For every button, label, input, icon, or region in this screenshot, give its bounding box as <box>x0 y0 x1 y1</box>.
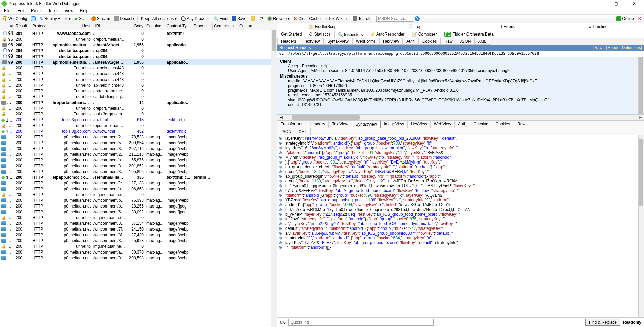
session-row[interactable]: 128200HTTPp0.meituan.net/wmcomment/7fc..… <box>0 226 277 232</box>
col-protocol[interactable]: Protocol <box>31 23 51 30</box>
sessions-list[interactable]: ⓘ 94301HTTPwww.taobao.com/0text/html🔒 95… <box>0 30 277 327</box>
session-row[interactable]: 112200HTTPp0.meituan.net/wmcomment/292..… <box>0 134 277 140</box>
replay-button[interactable]: ↻ Replay ▾ <box>39 16 61 22</box>
col-host[interactable]: Host <box>51 23 92 30</box>
tab-timeline[interactable]: ≡ Timeline <box>552 23 644 30</box>
resptab-caching[interactable]: Caching <box>470 121 492 128</box>
session-row[interactable]: 113200HTTPp0.meituan.net/wmcomment/5ee..… <box>0 140 277 146</box>
session-row[interactable]: 🔒 108200HTTPTunnel totools.3g.qq.com:...… <box>0 111 277 117</box>
session-row[interactable]: 🔒 104200HTTPTunnel toportal-portm.meit..… <box>0 88 277 94</box>
close-button[interactable]: ✕ <box>629 1 639 6</box>
session-row[interactable]: 130200HTTPp0.meituan.net/wmcomment/357..… <box>0 238 277 243</box>
respsub-xml[interactable]: XML <box>295 128 311 135</box>
resptab-headers[interactable]: Headers <box>306 121 329 128</box>
session-row[interactable]: 127200HTTPp0.meituan.net/wmcomment/335..… <box>0 220 277 226</box>
session-row[interactable]: ⓘ 97204HTTPdnet.mb.qq.com/rsp2040 <box>0 48 277 53</box>
header-line[interactable]: Accept-Encoding: gzip <box>280 64 641 68</box>
save-button[interactable]: Save <box>230 16 248 22</box>
header-line[interactable]: User-Agent: AiMeiTuan /xiaomi-8.1.0-MI P… <box>280 68 641 73</box>
session-row[interactable]: 🔒 101200HTTPTunnel toapi.neixin.cn:4430 <box>0 71 277 77</box>
menu-tools[interactable]: Tools <box>46 8 61 14</box>
menu-view[interactable]: View <box>62 8 76 14</box>
close-toolbar-button[interactable]: ✕ <box>637 16 643 22</box>
comment-button[interactable] <box>30 16 37 22</box>
resptab-webview[interactable]: WebView <box>431 121 455 128</box>
col-contenttype[interactable]: Content-Type <box>165 23 192 30</box>
col-result[interactable]: Result <box>14 23 31 30</box>
session-row[interactable]: 114200HTTPp0.meituan.net/wmcomment/346..… <box>0 146 277 151</box>
menu-help[interactable]: Help <box>77 8 91 14</box>
stream-button[interactable]: Stream <box>90 16 112 22</box>
col-caching[interactable]: Caching <box>145 23 165 30</box>
syntax-pane[interactable]: ⊕layerKey":"NN7vMb&YBnuia","testKey":"ab… <box>277 135 644 317</box>
header-line[interactable]: pragma-os: MApi 1.1 com.sankuai.meituan … <box>280 88 641 93</box>
syntax-scrollbar[interactable] <box>638 135 644 317</box>
timer-button[interactable]: ⏱ <box>258 16 265 22</box>
header-line[interactable]: userid: 131450731 <box>280 102 641 107</box>
keep-dropdown[interactable]: Keep: All sessions ▾ <box>140 16 178 22</box>
tab-get-started[interactable]: Get Started <box>277 30 305 38</box>
session-row[interactable]: 🔒 105200HTTPTunnel tocatdot.dianping.c..… <box>0 94 277 100</box>
tab-fiddlerscript[interactable]: 📜 FiddlerScript <box>277 23 369 30</box>
session-row[interactable]: 124200HTTPp0.meituan.net/wmcomment/bef..… <box>0 203 277 209</box>
tearoff-button[interactable]: Tearoff <box>351 16 372 22</box>
resptab-transformer[interactable]: Transformer <box>277 121 306 128</box>
session-row[interactable]: 106200HTTPhreport.meituan.com/14applicat… <box>0 100 277 105</box>
online-indicator[interactable]: Online <box>615 16 635 22</box>
tab-composer[interactable]: 📝 Composer <box>408 30 441 38</box>
session-row[interactable]: 125200HTTPp0.meituan.net/wmcomment/62f..… <box>0 209 277 215</box>
reqtab-auth[interactable]: Auth <box>403 38 419 45</box>
session-row[interactable]: 🔒 131200HTTPTunnel toimg.meituan.net:...… <box>0 243 277 249</box>
session-row[interactable]: 132200HTTPp0.meituan.net/wmcomment/a35..… <box>0 249 277 255</box>
menu-edit[interactable]: Edit <box>15 8 27 14</box>
session-row[interactable]: 117200HTTPp0.meituan.net/wmcomment/31d..… <box>0 163 277 169</box>
screenshot-button[interactable] <box>249 16 257 22</box>
session-row[interactable]: 🔒 107200HTTPTunnel todreport.meituan....… <box>0 105 277 111</box>
session-row[interactable]: 🔒 102200HTTPTunnel toapi.neixin.cn:4430 <box>0 77 277 82</box>
session-row[interactable]: 121200HTTPp0.meituan.net/wmcomment/b2a..… <box>0 186 277 192</box>
resptab-imageview[interactable]: ImageView <box>381 121 408 128</box>
reqtab-textview[interactable]: TextView <box>300 38 324 45</box>
session-row[interactable]: ⓘ 94301HTTPwww.taobao.com/0text/html <box>0 30 277 36</box>
remove-button[interactable]: ✕ ▾ <box>63 16 72 22</box>
session-row[interactable]: 🔒 126200HTTPTunnel toimg.meituan.net:...… <box>0 215 277 220</box>
header-line[interactable]: siua: 0VCggWUDO3kGpOw/NjICmUvVtQJ6sTe6l0… <box>280 97 641 102</box>
header-defs-link[interactable]: [Header Definitions] <box>606 45 642 50</box>
winconfig-button[interactable]: WinConfig <box>1 16 28 22</box>
tab-autoresponder[interactable]: ⚡ AutoResponder <box>366 30 408 38</box>
session-row[interactable]: 133200HTTPp0.meituan.net/wmcomment/930..… <box>0 255 277 261</box>
resptab-textview[interactable]: TextView <box>329 121 352 128</box>
menu-rules[interactable]: Rules <box>28 8 44 14</box>
reqtab-xml[interactable]: XML <box>474 38 490 45</box>
headers-pane[interactable]: Client Accept-Encoding: gzipUser-Agent: … <box>277 57 644 114</box>
col-comments[interactable]: Comments <box>213 23 238 30</box>
sessions-scrollbar[interactable] <box>271 30 277 327</box>
reqtab-webforms[interactable]: WebForms <box>352 38 379 45</box>
reqtab-syntaxview[interactable]: SyntaxView <box>324 38 352 45</box>
respsub-json[interactable]: JSON <box>277 128 295 135</box>
session-row[interactable]: 🔒 100200HTTPTunnel toapi.neixin.cn:4430 <box>0 65 277 71</box>
find-replace-button[interactable]: Find & Replace <box>585 319 620 326</box>
header-line[interactable]: pragma-mtid: 860549040173556 <box>280 83 641 88</box>
session-row[interactable]: 🔒 95200Tunnel todreport.meituan....0 <box>0 36 277 42</box>
menu-file[interactable]: File <box>1 8 13 14</box>
minimize-button[interactable]: — <box>593 1 603 6</box>
maximize-button[interactable]: ▢ <box>611 1 621 6</box>
tab-log[interactable]: 📄 Log <box>369 23 460 30</box>
reqtab-raw[interactable]: Raw <box>440 38 456 45</box>
col-custom[interactable]: Custom <box>238 23 258 30</box>
anyprocess-button[interactable]: Any Process <box>180 16 211 22</box>
reqtab-headers[interactable]: Headers <box>277 38 300 45</box>
col-url[interactable]: URL <box>92 23 127 30</box>
tab-fiddler-orchestra-beta[interactable]: FO Fiddler Orchestra Beta <box>440 30 497 38</box>
session-row[interactable]: 96200HTTPapimobile.meituan.c.../abtest/v… <box>0 42 277 48</box>
session-row[interactable]: 116200HTTPp0.meituan.net/wmcomment/b1f..… <box>0 157 277 163</box>
decode-button[interactable]: Decode <box>113 16 135 22</box>
browse-button[interactable]: Browse ▾ <box>266 16 291 22</box>
session-row[interactable]: ◆ 109200HTTPtools.3g.qq.com/cw.html618te… <box>0 117 277 123</box>
session-row[interactable]: 115200HTTPp0.meituan.net/wmcomment/24e..… <box>0 151 277 157</box>
session-row[interactable]: 🔒 110200HTTPTunnel toreport.meituan.co..… <box>0 123 277 128</box>
session-row[interactable]: 🔒 122200HTTPTunnel toimg.meituan.net:...… <box>0 192 277 197</box>
col-[interactable]: # <box>0 23 14 30</box>
msdn-search-input[interactable] <box>376 16 413 22</box>
